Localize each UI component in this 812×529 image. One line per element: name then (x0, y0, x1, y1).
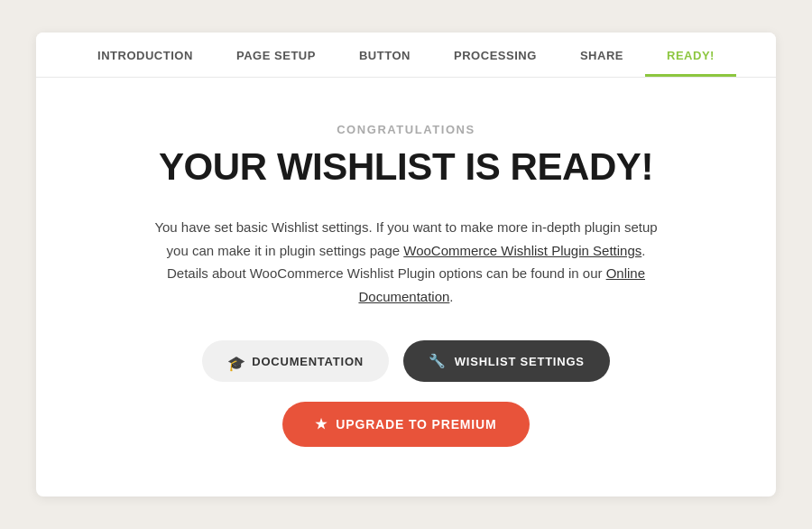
premium-row: ★ UPGRADE TO PREMIUM (90, 402, 722, 447)
star-icon: ★ (315, 416, 328, 432)
congratulations-label: CONGRATULATIONS (90, 123, 722, 136)
description-text: You have set basic Wishlist settings. If… (153, 216, 659, 308)
nav-item-page-setup[interactable]: PAGE SETUP (215, 49, 337, 77)
nav-item-ready[interactable]: READY! (645, 49, 736, 77)
nav-item-processing[interactable]: PROCESSING (432, 49, 558, 77)
upgrade-premium-button[interactable]: ★ UPGRADE TO PREMIUM (282, 402, 529, 447)
wishlist-settings-button[interactable]: 🔧 WISHLIST SETTINGS (403, 340, 610, 382)
nav-item-button[interactable]: BUTTON (337, 49, 432, 77)
main-container: INTRODUCTION PAGE SETUP BUTTON PROCESSIN… (36, 32, 776, 497)
action-buttons: DOCUMENTATION 🔧 WISHLIST SETTINGS (90, 340, 722, 382)
nav-item-introduction[interactable]: INTRODUCTION (76, 49, 215, 77)
wrench-icon: 🔧 (429, 353, 447, 369)
nav-item-share[interactable]: SHARE (558, 49, 645, 77)
main-content: CONGRATULATIONS YOUR WISHLIST IS READY! … (36, 78, 776, 497)
graduation-icon (227, 355, 244, 367)
plugin-settings-link[interactable]: WooCommerce Wishlist Plugin Settings (403, 243, 641, 258)
wizard-nav: INTRODUCTION PAGE SETUP BUTTON PROCESSIN… (36, 32, 776, 78)
page-title: YOUR WISHLIST IS READY! (90, 145, 722, 189)
documentation-button[interactable]: DOCUMENTATION (202, 340, 389, 382)
